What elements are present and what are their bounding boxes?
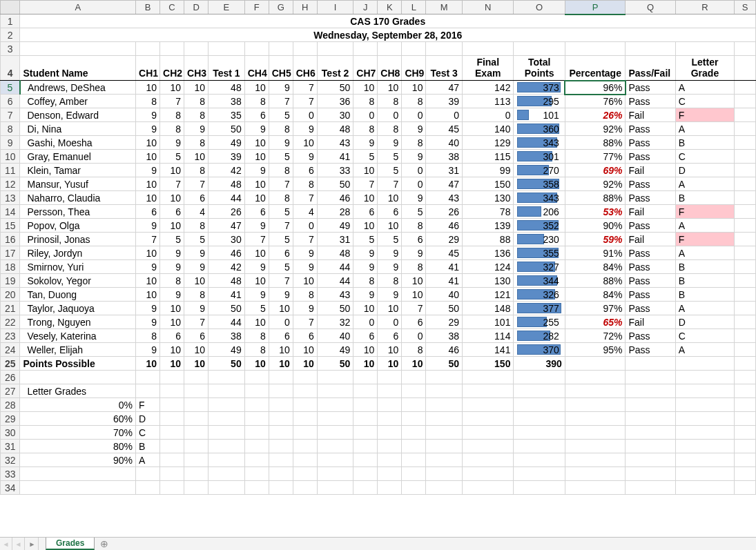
col-header[interactable]: O (514, 1, 565, 14)
cell[interactable] (626, 440, 675, 453)
row-header[interactable]: 2 (1, 28, 20, 42)
letter-grade-cell[interactable]: F (675, 205, 734, 219)
score-cell[interactable]: 9 (136, 260, 160, 274)
cell[interactable] (426, 453, 463, 467)
score-cell[interactable]: 8 (184, 164, 209, 177)
percentage-cell[interactable]: 84% (565, 288, 626, 302)
cell[interactable] (565, 384, 626, 398)
points-possible-cell[interactable]: 10 (160, 357, 184, 371)
letter-grade-letter[interactable]: D (136, 412, 160, 426)
cell[interactable] (626, 467, 675, 481)
cell[interactable] (293, 467, 317, 481)
row-header[interactable]: 27 (1, 384, 20, 398)
cell[interactable] (735, 371, 756, 384)
score-cell[interactable]: 0 (402, 164, 426, 177)
cell[interactable] (514, 453, 565, 467)
total-points-databar[interactable]: 230 (514, 233, 565, 246)
cell[interactable] (269, 412, 293, 426)
cell[interactable] (565, 42, 626, 56)
score-cell[interactable]: 7 (402, 302, 426, 315)
cell[interactable] (293, 426, 317, 440)
points-possible-total[interactable]: 390 (514, 357, 565, 371)
page-subtitle[interactable]: Wednesday, September 28, 2016 (20, 28, 756, 42)
cell[interactable] (136, 42, 160, 56)
percentage-cell[interactable]: 97% (565, 302, 626, 315)
score-cell[interactable]: 5 (269, 233, 293, 246)
column-header-cell[interactable]: Percentage (565, 56, 626, 81)
column-header-cell[interactable]: Test 3 (426, 56, 463, 81)
cell[interactable] (378, 384, 402, 398)
score-cell[interactable]: 10 (136, 177, 160, 191)
score-cell[interactable]: 10 (184, 81, 209, 95)
passfail-cell[interactable]: Pass (626, 95, 675, 108)
cell[interactable] (160, 42, 184, 56)
score-cell[interactable]: 9 (136, 315, 160, 329)
row-header[interactable]: 29 (1, 412, 20, 426)
score-cell[interactable]: 10 (244, 246, 269, 260)
score-cell[interactable]: 9 (136, 122, 160, 136)
cell[interactable] (675, 481, 734, 495)
column-header-cell[interactable]: CH1 (136, 56, 160, 81)
cell[interactable] (735, 108, 756, 122)
cell[interactable] (269, 426, 293, 440)
cell[interactable] (317, 467, 353, 481)
total-points-databar[interactable]: 270 (514, 164, 565, 177)
score-cell[interactable]: 9 (244, 164, 269, 177)
cell[interactable] (160, 384, 184, 398)
cell[interactable] (402, 412, 426, 426)
score-cell[interactable]: 78 (462, 205, 513, 219)
score-cell[interactable]: 10 (378, 191, 402, 205)
cell[interactable] (675, 371, 734, 384)
score-cell[interactable]: 45 (426, 122, 463, 136)
score-cell[interactable]: 43 (317, 136, 353, 150)
score-cell[interactable]: 113 (462, 95, 513, 108)
score-cell[interactable]: 38 (426, 329, 463, 343)
letter-grade-letter[interactable]: C (136, 426, 160, 440)
score-cell[interactable]: 8 (244, 329, 269, 343)
cell[interactable] (735, 177, 756, 191)
score-cell[interactable]: 7 (184, 177, 209, 191)
score-cell[interactable]: 47 (426, 81, 463, 95)
score-cell[interactable]: 9 (269, 81, 293, 95)
row-header[interactable]: 34 (1, 481, 20, 495)
row-header[interactable]: 17 (1, 246, 20, 260)
tab-nav-first-icon[interactable]: ◄ (0, 538, 12, 550)
percentage-cell[interactable]: 77% (565, 150, 626, 164)
score-cell[interactable]: 8 (402, 260, 426, 274)
score-cell[interactable]: 31 (426, 164, 463, 177)
score-cell[interactable]: 5 (244, 302, 269, 315)
score-cell[interactable]: 0 (269, 315, 293, 329)
score-cell[interactable]: 32 (317, 315, 353, 329)
cell[interactable] (735, 205, 756, 219)
score-cell[interactable]: 49 (317, 219, 353, 233)
letter-grade-cell[interactable]: C (675, 329, 734, 343)
cell[interactable] (244, 481, 269, 495)
score-cell[interactable]: 8 (136, 95, 160, 108)
cell[interactable] (426, 371, 463, 384)
score-cell[interactable]: 26 (426, 205, 463, 219)
percentage-cell[interactable]: 84% (565, 260, 626, 274)
cell[interactable] (735, 315, 756, 329)
letter-grade-cell[interactable]: C (675, 150, 734, 164)
score-cell[interactable]: 7 (269, 219, 293, 233)
score-cell[interactable]: 50 (317, 81, 353, 95)
score-cell[interactable]: 10 (244, 274, 269, 288)
score-cell[interactable]: 5 (353, 150, 378, 164)
cell[interactable] (184, 426, 209, 440)
col-header[interactable]: M (426, 1, 463, 14)
score-cell[interactable]: 4 (184, 205, 209, 219)
col-header[interactable]: R (675, 1, 734, 14)
score-cell[interactable]: 50 (209, 122, 245, 136)
letter-grade-cell[interactable]: B (675, 191, 734, 205)
row-header[interactable]: 7 (1, 108, 20, 122)
cell[interactable] (462, 467, 513, 481)
score-cell[interactable]: 4 (293, 205, 317, 219)
score-cell[interactable]: 139 (462, 219, 513, 233)
cell[interactable] (378, 412, 402, 426)
cell[interactable] (293, 42, 317, 56)
score-cell[interactable]: 10 (160, 191, 184, 205)
cell[interactable] (462, 398, 513, 412)
cell[interactable] (565, 426, 626, 440)
score-cell[interactable]: 10 (136, 288, 160, 302)
total-points-databar[interactable]: 358 (514, 177, 565, 191)
